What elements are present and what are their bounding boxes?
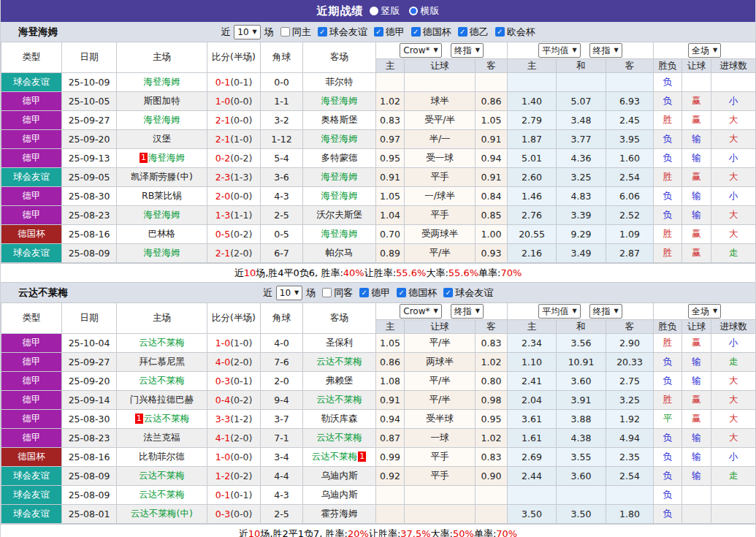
team1-results-table: 类型 日期 主场 比分(半场) 角球 客场 Crow*▼ 终指▼ 平均值▼ 终指… [1,42,756,263]
league-checkbox-checked[interactable]: ✓ [374,27,383,37]
chevron-down-icon: ▼ [713,47,717,53]
team-label: 海登海姆 [144,114,180,125]
match-score: 0-3(0-1) [207,372,261,391]
radio-vertical-layout[interactable]: 竖版 [370,4,400,18]
col-header-corner: 角球 [261,303,303,334]
match-count-select[interactable]: 10 ▼ [234,25,260,39]
summary-segment: 场,胜4平0负6, 胜率: [256,267,343,280]
bookmaker-select[interactable]: Crow*▼ [400,304,441,319]
league-label[interactable]: 欧会杯 [507,26,535,39]
same-venue-label[interactable]: 同主 [292,26,311,39]
match-row: 球会友谊25-09-05凯泽斯劳滕(中)2-3(1-3)3-6海登海姆0.91平… [1,168,756,187]
average-stage-select[interactable]: 终指▼ [589,43,622,58]
match-count-value[interactable]: 10 [237,27,248,37]
odds-stage-select[interactable]: 终指▼ [451,43,484,58]
halftime-score: (1-1) [230,210,252,221]
same-venue-label[interactable]: 同客 [334,286,353,300]
avg-away-odds: 2.87 [606,244,654,263]
team-label: 帕尔马 [326,247,354,258]
chevron-down-icon: ▼ [713,308,717,314]
corner-count: 5-4 [261,149,303,168]
avg-away-odds: 6.06 [606,187,654,206]
fulltime-group-header: 全场▼ [654,303,756,320]
league-label[interactable]: 球会友谊 [329,26,367,39]
summary-segment: 55.6% [448,267,478,278]
games-label: 场 [264,26,274,39]
match-type-badge: 德甲 [1,334,62,353]
team-label: 云达不莱梅 [316,356,362,367]
match-row: 德甲25-08-23海登海姆1-3(1-1)2-5沃尔夫斯堡1.04平手0.85… [1,206,756,225]
fulltime-select[interactable]: 全场▼ [688,43,721,58]
league-checkbox-checked[interactable]: ✓ [397,288,406,297]
average-select[interactable]: 平均值▼ [538,43,580,58]
result-handicap: 赢 [682,391,711,410]
radio-horizontal-label[interactable]: 横版 [421,4,440,18]
fulltime-score: 1-2 [215,471,230,481]
fulltime-score: 3-3 [215,414,230,424]
radio-horizontal-layout[interactable]: 横版 [409,4,440,18]
chevron-down-icon: ▼ [572,308,576,314]
avg-home-odds: 1.46 [508,187,557,206]
bookmaker-select[interactable]: Crow*▼ [400,43,441,58]
match-count-select[interactable]: 10 ▼ [276,286,302,300]
league-checkbox-checked[interactable]: ✓ [359,288,369,297]
summary-segment: 37.5% [400,528,430,537]
radio-vertical-label[interactable]: 竖版 [381,4,400,18]
match-count-value[interactable]: 10 [280,288,291,298]
same-venue-checkbox[interactable] [322,288,332,297]
result-goals: 走 [711,467,756,486]
league-label[interactable]: 德甲 [371,286,390,300]
home-team: 比勒菲尔德 [117,448,207,467]
average-group-header: 平均值▼ 终指▼ [508,303,654,320]
page-title: 近期战绩 [317,4,364,18]
league-checkbox-checked[interactable]: ✓ [318,27,327,37]
match-date: 25-09-13 [62,149,117,168]
result-handicap: 输 [682,467,711,486]
avg-draw-odds: 3.55 [557,448,606,467]
result-goals: 大 [711,206,756,225]
odds-stage-select[interactable]: 终指▼ [451,304,484,319]
match-row: 球会友谊25-08-01云达不莱梅(中)0-3(0-0)2-5霍芬海姆3.503… [1,505,756,524]
league-label[interactable]: 德乙 [470,26,489,39]
chevron-down-icon: ▼ [433,47,438,53]
team-label: 云达不莱梅(中) [131,508,193,519]
league-checkbox-checked[interactable]: ✓ [411,27,421,37]
radio-unselected-icon[interactable] [409,7,418,15]
team-label: 海登海姆 [144,247,180,258]
crow-home-odds: 0.91 [376,391,405,410]
crow-handicap: 平手 [405,168,476,187]
league-checkbox-checked[interactable]: ✓ [495,27,505,37]
average-stage-select[interactable]: 终指▼ [589,304,622,319]
corner-count: 7-1 [261,429,303,448]
league-checkbox-checked[interactable]: ✓ [443,288,453,297]
result-goals: 大 [711,372,756,391]
match-row: 德甲25-08-30RB莱比锡2-0(0-0)4-3海登海姆1.05一/球半0.… [1,187,756,206]
crow-away-odds [476,73,508,92]
home-team: 云达不莱梅 [117,467,207,486]
fulltime-score: 1-3 [215,210,230,221]
result-goals: 小 [711,149,756,168]
summary-segment: 20% [348,528,369,537]
sub-header-handicap: 让球 [405,320,476,334]
average-select[interactable]: 平均值▼ [538,304,580,319]
chevron-down-icon: ▼ [614,308,619,314]
corner-count: 4-3 [261,187,303,206]
fulltime-select[interactable]: 全场▼ [688,304,721,319]
team-label: 圣保利 [326,337,354,348]
radio-selected-icon[interactable] [370,7,378,15]
fulltime-score: 0-1 [215,77,230,88]
sub-header-goals: 进球数 [711,320,756,334]
away-team: 帕尔马 [303,244,376,263]
league-label[interactable]: 球会友谊 [455,286,493,300]
result-outcome: 胜 [654,225,682,244]
summary-segment: 50% [453,528,474,537]
league-label[interactable]: 德甲 [386,26,405,39]
avg-away-odds: 2.35 [606,448,654,467]
same-venue-checkbox[interactable] [280,27,290,37]
halftime-score: (2-0) [230,248,252,259]
match-type-badge: 球会友谊 [1,168,62,187]
home-team: 凯泽斯劳滕(中) [117,168,207,187]
league-label[interactable]: 德国杯 [423,26,451,39]
league-checkbox-checked[interactable]: ✓ [458,27,467,37]
league-label[interactable]: 德国杯 [408,286,437,300]
